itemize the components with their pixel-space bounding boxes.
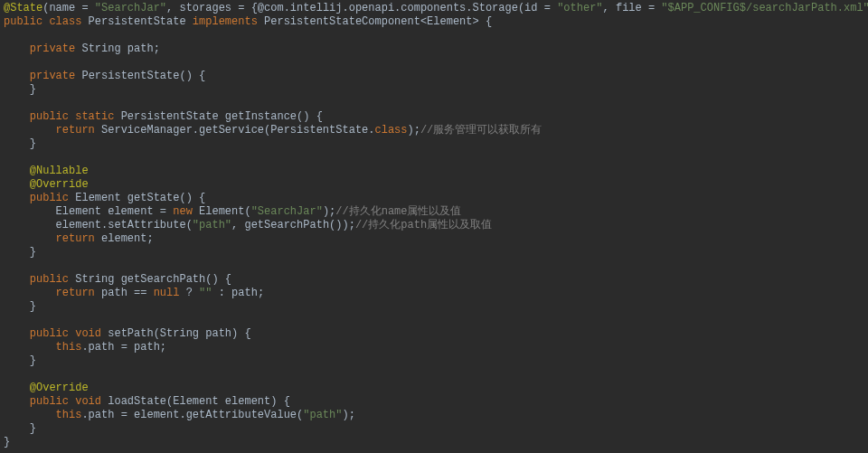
keyword: this — [56, 409, 82, 421]
string-literal: "" — [199, 287, 212, 299]
keyword: public void — [30, 395, 101, 408]
keyword: return — [56, 124, 95, 137]
code-text: } — [4, 422, 36, 435]
string-literal: "$APP_CONFIG$/searchJarPath.xml" — [661, 2, 868, 14]
code-text: Element getState() { — [69, 192, 205, 204]
code-text: path == — [95, 287, 154, 299]
keyword: private — [30, 70, 75, 82]
code-text: } — [4, 354, 36, 367]
code-text: } — [4, 137, 36, 150]
code-text: String path; — [75, 42, 160, 55]
keyword: public void — [30, 327, 101, 340]
keyword: null — [154, 287, 180, 299]
annotation-override: @Override — [30, 178, 89, 191]
code-text: element; — [95, 232, 154, 245]
code-text: ); — [342, 409, 354, 421]
keyword: public — [30, 273, 69, 286]
keyword: return — [56, 287, 95, 299]
code-text: , file = — [603, 2, 662, 14]
keyword: public — [30, 192, 69, 204]
code-text: PersistentState() { — [75, 70, 205, 82]
code-text: , storages = {@com.intellij.openapi.comp… — [166, 2, 557, 14]
code-text: element.setAttribute( — [4, 219, 193, 231]
code-text: Element( — [193, 205, 251, 218]
keyword: class — [374, 124, 407, 137]
code-text: ); — [323, 205, 335, 218]
code-text: String getSearchPath() { — [69, 273, 231, 286]
code-text: ); — [408, 124, 420, 137]
keyword: private — [30, 42, 75, 55]
code-text: loadState(Element element) { — [101, 395, 290, 408]
code-text: } — [4, 300, 36, 313]
comment: //服务管理可以获取所有 — [420, 124, 542, 137]
code-text: .path = path; — [81, 341, 166, 354]
keyword: implements — [193, 15, 258, 28]
code-text: } — [4, 246, 36, 259]
code-text: setPath(String path) { — [101, 327, 251, 340]
code-text: PersistentState getInstance() { — [114, 110, 322, 123]
annotation-state: @State — [4, 2, 42, 14]
comment: //持久化path属性以及取值 — [355, 219, 492, 231]
keyword: new — [173, 205, 193, 218]
code-text: : path; — [212, 287, 264, 299]
annotation-override: @Override — [30, 382, 89, 394]
code-text: ? — [179, 287, 199, 299]
keyword: return — [56, 232, 95, 245]
code-text: PersistentState — [81, 15, 192, 28]
code-text: Element element = — [4, 205, 173, 218]
code-text: } — [4, 83, 36, 96]
code-text: PersistentStateComponent<Element> { — [258, 15, 492, 28]
code-text: (name = — [42, 2, 95, 14]
code-text: , getSearchPath()); — [231, 219, 355, 231]
string-literal: "path" — [303, 409, 342, 421]
string-literal: "SearchJar" — [251, 205, 323, 218]
string-literal: "path" — [193, 219, 231, 231]
annotation-nullable: @Nullable — [30, 165, 89, 177]
editor-code-block[interactable]: @State(name = "SearchJar", storages = {@… — [0, 0, 868, 453]
code-text: } — [4, 436, 10, 448]
string-literal: "SearchJar" — [95, 2, 166, 14]
keyword: public static — [30, 110, 115, 123]
comment: //持久化name属性以及值 — [335, 205, 461, 218]
code-text: ServiceManager.getService(PersistentStat… — [95, 124, 375, 137]
string-literal: "other" — [557, 2, 602, 14]
keyword: this — [56, 341, 82, 354]
keyword: public class — [4, 15, 81, 28]
code-text: .path = element.getAttributeValue( — [81, 409, 303, 421]
